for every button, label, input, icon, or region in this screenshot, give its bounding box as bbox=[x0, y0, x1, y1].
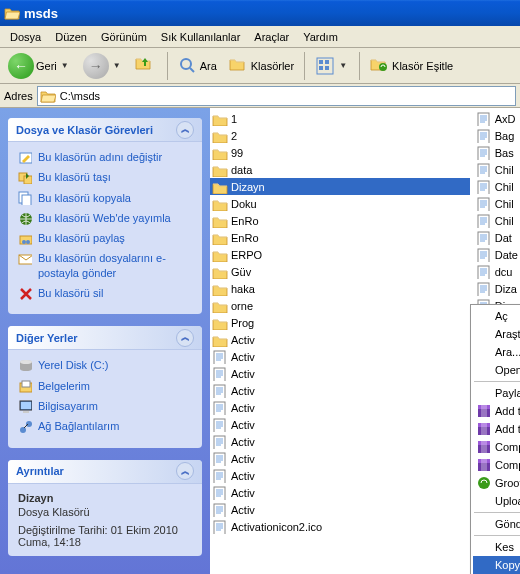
context-item[interactable]: Open as Notebook in OneNote bbox=[473, 361, 520, 379]
context-item[interactable]: Ara... bbox=[473, 343, 520, 361]
list-item[interactable]: Activ bbox=[210, 450, 470, 467]
list-item[interactable]: orne bbox=[210, 297, 470, 314]
list-item[interactable]: Doku bbox=[210, 195, 470, 212]
task-link[interactable]: Belgelerim bbox=[18, 379, 192, 393]
list-item[interactable]: Activationicon2.ico bbox=[210, 518, 470, 535]
list-item[interactable]: Chil bbox=[474, 195, 520, 212]
details-header[interactable]: Ayrıntılar ︽ bbox=[8, 460, 202, 484]
forward-dropdown[interactable]: ▼ bbox=[111, 61, 123, 70]
views-dropdown[interactable]: ▼ bbox=[337, 61, 349, 70]
separator bbox=[359, 52, 360, 80]
context-item[interactable]: Gönder▶ bbox=[473, 515, 520, 533]
list-item[interactable]: Activ bbox=[210, 484, 470, 501]
task-link[interactable]: Ağ Bağlantılarım bbox=[18, 419, 192, 433]
search-button[interactable]: Ara bbox=[174, 51, 221, 81]
list-item[interactable]: Activ bbox=[210, 348, 470, 365]
groove-icon bbox=[476, 475, 492, 491]
collapse-icon[interactable]: ︽ bbox=[176, 121, 194, 139]
menu-edit[interactable]: Düzen bbox=[49, 29, 93, 45]
task-link[interactable]: Bu klasörün adını değiştir bbox=[18, 150, 192, 164]
list-item[interactable]: Bas bbox=[474, 144, 520, 161]
forward-button[interactable]: → ▼ bbox=[79, 51, 127, 81]
list-item[interactable]: Dizayn bbox=[210, 178, 470, 195]
folder-icon bbox=[212, 112, 228, 126]
file-icon bbox=[476, 112, 492, 126]
context-item[interactable]: Kes bbox=[473, 538, 520, 556]
list-item[interactable]: EnRo bbox=[210, 229, 470, 246]
list-item[interactable]: Activ bbox=[210, 331, 470, 348]
item-label: Activ bbox=[231, 436, 255, 448]
list-item[interactable]: dcu bbox=[474, 263, 520, 280]
up-button[interactable] bbox=[131, 51, 161, 81]
address-input[interactable]: C:\msds bbox=[37, 86, 516, 106]
list-item[interactable]: haka bbox=[210, 280, 470, 297]
list-item[interactable]: ERPO bbox=[210, 246, 470, 263]
menu-help[interactable]: Yardım bbox=[297, 29, 344, 45]
list-item[interactable]: Güv bbox=[210, 263, 470, 280]
list-item[interactable]: Activ bbox=[210, 501, 470, 518]
places-title: Diğer Yerler bbox=[16, 332, 78, 344]
collapse-icon[interactable]: ︽ bbox=[176, 462, 194, 480]
list-item[interactable]: Chil bbox=[474, 212, 520, 229]
views-button[interactable]: ▼ bbox=[311, 51, 353, 81]
list-item[interactable]: Dat bbox=[474, 229, 520, 246]
tasks-header[interactable]: Dosya ve Klasör Görevleri ︽ bbox=[8, 118, 202, 142]
context-item[interactable]: Paylaşım ve Güvenlik... bbox=[473, 384, 520, 402]
list-item[interactable]: Diza bbox=[474, 280, 520, 297]
folders-button[interactable]: Klasörler bbox=[225, 51, 298, 81]
menu-file[interactable]: Dosya bbox=[4, 29, 47, 45]
task-link[interactable]: Bilgisayarım bbox=[18, 399, 192, 413]
context-item[interactable]: Add to archive... bbox=[473, 402, 520, 420]
task-link[interactable]: Yerel Disk (C:) bbox=[18, 358, 192, 372]
places-header[interactable]: Diğer Yerler ︽ bbox=[8, 326, 202, 350]
task-link[interactable]: Bu klasörü sil bbox=[18, 286, 192, 300]
list-item[interactable]: Activ bbox=[210, 467, 470, 484]
list-item[interactable]: 2 bbox=[210, 127, 470, 144]
folder-icon bbox=[40, 88, 56, 104]
back-button[interactable]: ← Geri ▼ bbox=[4, 51, 75, 81]
list-item[interactable]: Chil bbox=[474, 178, 520, 195]
address-path: C:\msds bbox=[60, 90, 100, 102]
list-item[interactable]: Prog bbox=[210, 314, 470, 331]
task-link[interactable]: Bu klasörü kopyala bbox=[18, 191, 192, 205]
context-item[interactable]: Aç bbox=[473, 307, 520, 325]
details-modified: Değiştirilme Tarihi: 01 Ekim 2010 Cuma, … bbox=[18, 524, 192, 548]
sync-button[interactable]: Klasör Eşitle bbox=[366, 51, 457, 81]
context-item[interactable]: Add to "Dizayn.rar" bbox=[473, 420, 520, 438]
list-item[interactable]: EnRo bbox=[210, 212, 470, 229]
file-icon bbox=[476, 248, 492, 262]
context-item[interactable]: Compress to "Dizayn.rar" and email bbox=[473, 456, 520, 474]
list-item[interactable]: Activ bbox=[210, 365, 470, 382]
context-item[interactable]: Compress and email... bbox=[473, 438, 520, 456]
list-item[interactable]: Date bbox=[474, 246, 520, 263]
list-item[interactable]: 99 bbox=[210, 144, 470, 161]
task-link[interactable]: Bu klasörü paylaş bbox=[18, 231, 192, 245]
list-item[interactable]: 1 bbox=[210, 110, 470, 127]
back-dropdown[interactable]: ▼ bbox=[59, 61, 71, 70]
list-item[interactable]: Activ bbox=[210, 433, 470, 450]
task-link[interactable]: Bu klasörü Web'de yayımla bbox=[18, 211, 192, 225]
list-item[interactable]: data bbox=[210, 161, 470, 178]
context-item[interactable]: Kopyala bbox=[473, 556, 520, 574]
task-link[interactable]: Bu klasörü taşı bbox=[18, 170, 192, 184]
list-item[interactable]: Activ bbox=[210, 416, 470, 433]
list-item[interactable]: Activ bbox=[210, 382, 470, 399]
menu-favorites[interactable]: Sık Kullanılanlar bbox=[155, 29, 247, 45]
context-label: Add to "Dizayn.rar" bbox=[495, 423, 520, 435]
menu-view[interactable]: Görünüm bbox=[95, 29, 153, 45]
file-list[interactable]: 1299dataDizaynDokuEnRoEnRoERPOGüvhakaorn… bbox=[210, 108, 520, 574]
context-item[interactable]: Groove Klasör Eşitleme▶ bbox=[473, 474, 520, 492]
folder-icon bbox=[212, 265, 228, 279]
context-item[interactable]: Araştır bbox=[473, 325, 520, 343]
task-link[interactable]: Bu klasörün dosyalarını e-postayla gönde… bbox=[18, 251, 192, 280]
svg-rect-15 bbox=[22, 195, 31, 205]
list-item[interactable]: Bag bbox=[474, 127, 520, 144]
back-icon: ← bbox=[8, 53, 34, 79]
delete-icon bbox=[18, 286, 32, 300]
context-item[interactable]: Upload using WS_FTP Upload Wizard bbox=[473, 492, 520, 510]
collapse-icon[interactable]: ︽ bbox=[176, 329, 194, 347]
list-item[interactable]: Activ bbox=[210, 399, 470, 416]
list-item[interactable]: AxD bbox=[474, 110, 520, 127]
list-item[interactable]: Chil bbox=[474, 161, 520, 178]
menu-tools[interactable]: Araçlar bbox=[248, 29, 295, 45]
